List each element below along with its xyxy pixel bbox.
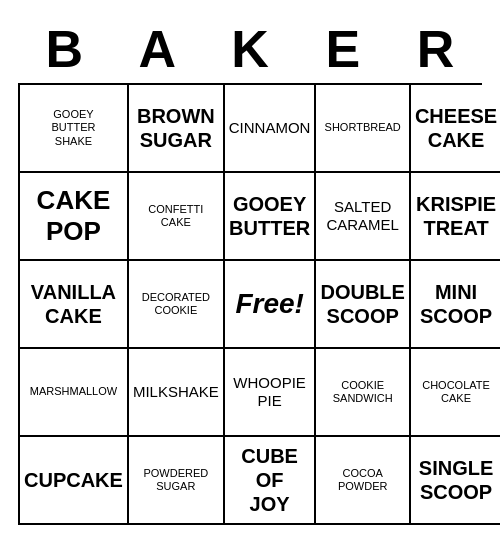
cell-text: COCOAPOWDER bbox=[338, 467, 388, 493]
cell-text: POWDEREDSUGAR bbox=[143, 467, 208, 493]
bingo-cell: KRISPIETREAT bbox=[411, 173, 500, 261]
cell-text: VANILLACAKE bbox=[31, 280, 116, 328]
bingo-cell: GOOEYBUTTER bbox=[225, 173, 317, 261]
cell-text: DOUBLESCOOP bbox=[320, 280, 404, 328]
bingo-cell: Free! bbox=[225, 261, 317, 349]
cell-text: Free! bbox=[235, 288, 303, 320]
cell-text: CINNAMON bbox=[229, 119, 311, 137]
title-letter: B bbox=[20, 19, 108, 79]
bingo-title: BAKER bbox=[18, 19, 482, 79]
bingo-cell: MILKSHAKE bbox=[129, 349, 225, 437]
cell-text: CONFETTICAKE bbox=[148, 203, 203, 229]
bingo-cell: WHOOPIEPIE bbox=[225, 349, 317, 437]
cell-text: WHOOPIEPIE bbox=[233, 374, 306, 410]
bingo-cell: GOOEYBUTTERSHAKE bbox=[20, 85, 129, 173]
cell-text: CHEESECAKE bbox=[415, 104, 497, 152]
bingo-cell: CUBEOFJOY bbox=[225, 437, 317, 525]
bingo-cell: MINISCOOP bbox=[411, 261, 500, 349]
bingo-cell: CUPCAKE bbox=[20, 437, 129, 525]
bingo-card: BAKER GOOEYBUTTERSHAKEBROWNSUGARCINNAMON… bbox=[10, 11, 490, 533]
cell-text: COOKIESANDWICH bbox=[333, 379, 393, 405]
bingo-cell: COOKIESANDWICH bbox=[316, 349, 410, 437]
cell-text: CAKEPOP bbox=[37, 185, 111, 247]
bingo-cell: VANILLACAKE bbox=[20, 261, 129, 349]
cell-text: SINGLESCOOP bbox=[419, 456, 493, 504]
bingo-cell: CHEESECAKE bbox=[411, 85, 500, 173]
bingo-cell: CAKEPOP bbox=[20, 173, 129, 261]
cell-text: MARSHMALLOW bbox=[30, 385, 117, 398]
bingo-cell: DECORATEDCOOKIE bbox=[129, 261, 225, 349]
cell-text: BROWNSUGAR bbox=[137, 104, 215, 152]
cell-text: SALTEDCARAMEL bbox=[326, 198, 399, 234]
bingo-cell: CHOCOLATECAKE bbox=[411, 349, 500, 437]
cell-text: CUBEOFJOY bbox=[241, 444, 298, 516]
bingo-cell: CONFETTICAKE bbox=[129, 173, 225, 261]
bingo-grid: GOOEYBUTTERSHAKEBROWNSUGARCINNAMONSHORTB… bbox=[18, 83, 482, 525]
cell-text: SHORTBREAD bbox=[325, 121, 401, 134]
cell-text: GOOEYBUTTER bbox=[229, 192, 310, 240]
bingo-cell: SINGLESCOOP bbox=[411, 437, 500, 525]
cell-text: MILKSHAKE bbox=[133, 383, 219, 401]
cell-text: GOOEYBUTTERSHAKE bbox=[51, 108, 95, 148]
cell-text: KRISPIETREAT bbox=[416, 192, 496, 240]
bingo-cell: COCOAPOWDER bbox=[316, 437, 410, 525]
title-letter: A bbox=[113, 19, 201, 79]
bingo-cell: SHORTBREAD bbox=[316, 85, 410, 173]
bingo-cell: SALTEDCARAMEL bbox=[316, 173, 410, 261]
bingo-cell: DOUBLESCOOP bbox=[316, 261, 410, 349]
bingo-cell: CINNAMON bbox=[225, 85, 317, 173]
title-letter: R bbox=[392, 19, 480, 79]
cell-text: CUPCAKE bbox=[24, 468, 123, 492]
bingo-cell: POWDEREDSUGAR bbox=[129, 437, 225, 525]
bingo-cell: BROWNSUGAR bbox=[129, 85, 225, 173]
title-letter: K bbox=[206, 19, 294, 79]
cell-text: MINISCOOP bbox=[420, 280, 492, 328]
cell-text: CHOCOLATECAKE bbox=[422, 379, 490, 405]
cell-text: DECORATEDCOOKIE bbox=[142, 291, 210, 317]
bingo-cell: MARSHMALLOW bbox=[20, 349, 129, 437]
title-letter: E bbox=[299, 19, 387, 79]
